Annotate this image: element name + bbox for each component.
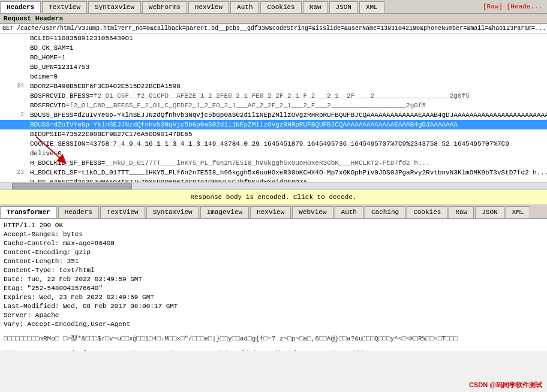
resp-line: Vary: Accept-Encoding,User-Agent <box>4 320 543 329</box>
resp-line: Cache-Control: max-age=86400 <box>4 239 543 248</box>
tab-headers[interactable]: Headers <box>0 1 41 13</box>
resp-line: Etag: "252-5480041576640" <box>4 284 543 293</box>
request-headers-title: Request Headers <box>0 14 547 24</box>
header-line: H_PS_645EC=d3c3SJwMAAO4t87Ju7PXFU9DmP6T4… <box>0 177 547 182</box>
header-line: COOKIE_SESSION=43758_7_4_9_4_16_1_1_3_4_… <box>0 139 547 149</box>
resp-line: Content-Length: 351 <box>4 257 543 266</box>
top-tab-bar: Headers TextView SyntaxView WebForms Hex… <box>0 0 547 14</box>
response-tab-bar: Transformer Headers TextView SyntaxView … <box>0 205 547 219</box>
resp-tab-raw[interactable]: Raw <box>449 206 474 218</box>
decode-message[interactable]: Response body is encoded. Click to decod… <box>0 189 547 205</box>
tab-xml[interactable]: XML <box>359 1 384 13</box>
resp-tab-xml[interactable]: XML <box>506 206 531 218</box>
resp-tab-json[interactable]: JSON <box>475 206 504 218</box>
tab-json[interactable]: JSON <box>329 1 358 13</box>
header-line: BCLID=110835891231056439O1 <box>0 34 547 43</box>
header-line: BDSFRCVID_BFESS=f2_O1_C6F__f2_O1CFD__AFE… <box>0 91 547 101</box>
header-line: H_BDCLKID_SF_BFESS=__HkO_D_0177TT____lHK… <box>0 158 547 168</box>
header-line: bdime=0 <box>0 72 547 82</box>
header-line: delive=0 <box>0 149 547 158</box>
tab-hexview[interactable]: HexView <box>188 1 229 13</box>
encoded-body-text: □□□□□□□□□mRMo□ □>型*&□□□$/□v~u□□x@□□1□4□↓… <box>4 334 543 343</box>
line-num: 2 <box>0 110 26 120</box>
resp-tab-syntaxview[interactable]: SyntaxView <box>146 206 199 218</box>
raw-link[interactable]: [Raw] [Heade... <box>478 1 547 13</box>
resp-line: Content-Type: text/html <box>4 266 543 275</box>
tab-cookies[interactable]: Cookies <box>260 1 301 13</box>
resp-line: Expires: Wed, 23 Feb 2022 02:49:59 GMT <box>4 293 543 302</box>
resp-line: Last-Modified: Wed, 08 Feb 2017 08:00:17… <box>4 302 543 311</box>
line-num: 34 <box>0 82 26 91</box>
resp-line: Accept-Ranges: bytes <box>4 230 543 239</box>
header-line: 34 BDORZ=B490B5EBF6F3CD402E515D22BCDA159… <box>0 82 547 91</box>
resp-line: Content-Encoding: gzip <box>4 248 543 257</box>
resp-tab-transformer[interactable]: Transformer <box>0 206 57 218</box>
resp-line: Server: Apache <box>4 311 543 320</box>
resp-line-status: HTTP/1.1 200 OK <box>4 221 543 230</box>
header-line: BDSFRCVID=f2_O1_C6D__BFESS_F_2_O1_C_QEDF… <box>0 101 547 110</box>
scrollbar-thumb[interactable] <box>12 183 132 189</box>
header-line: BD_CK_SAM=1 <box>0 43 547 53</box>
headers-content-area[interactable]: BCLID=110835891231056439O1 BD_CK_SAM=1 B… <box>0 34 547 189</box>
resp-tab-auth[interactable]: Auth <box>335 206 363 218</box>
tab-syntaxview[interactable]: SyntaxView <box>88 1 141 13</box>
header-line: BIDUPSID=73522E08BEF9B27C176A50D90147DE6… <box>0 129 547 139</box>
resp-tab-hexview[interactable]: HexView <box>250 206 291 218</box>
response-body: HTTP/1.1 200 OK Accept-Ranges: bytes Cac… <box>0 219 547 351</box>
resp-tab-caching[interactable]: Caching <box>365 206 405 218</box>
watermark: CSDN @码同学软件测试 <box>469 381 542 390</box>
tab-raw[interactable]: Raw <box>303 1 328 13</box>
header-line: 23 H_BDCLKID_SF=t1kO_D_017TT____lHKY5_PL… <box>0 168 547 177</box>
header-line: BD_UPN=12314753 <box>0 62 547 72</box>
tab-textview[interactable]: TextView <box>42 1 87 13</box>
resp-tab-cookies[interactable]: Cookies <box>407 206 447 218</box>
request-url: GET /cache/user/html/v3Jump.html?err_no=… <box>0 24 547 34</box>
tab-auth[interactable]: Auth <box>230 1 259 13</box>
tab-webforms[interactable]: WebForms <box>142 1 187 13</box>
resp-tab-webview[interactable]: WebView <box>292 206 333 218</box>
resp-tab-imageview[interactable]: ImageView <box>200 206 249 218</box>
horizontal-scrollbar[interactable] <box>0 182 547 189</box>
header-line-selected[interactable]: BDUSS=dZuIVYeGp-YklnSEJJNzdQfnhvb3NqVjc5… <box>0 120 547 129</box>
resp-line: Date: Tue, 22 Feb 2022 02:49:59 GMT <box>4 275 543 284</box>
headers-scroll[interactable]: BCLID=110835891231056439O1 BD_CK_SAM=1 B… <box>0 34 547 182</box>
line-num: 23 <box>0 168 26 177</box>
resp-tab-textview[interactable]: TextView <box>100 206 145 218</box>
resp-tab-headers[interactable]: Headers <box>58 206 99 218</box>
header-line: BD_HOME=1 <box>0 53 547 62</box>
fiddler-truncation-note: *** FIDDLER: RawDisplay truncated at 128… <box>4 348 543 351</box>
header-line: 2 BDUSS_BFESS=dZuIVYeGp-YklnSEJJNzdQfnhv… <box>0 110 547 120</box>
